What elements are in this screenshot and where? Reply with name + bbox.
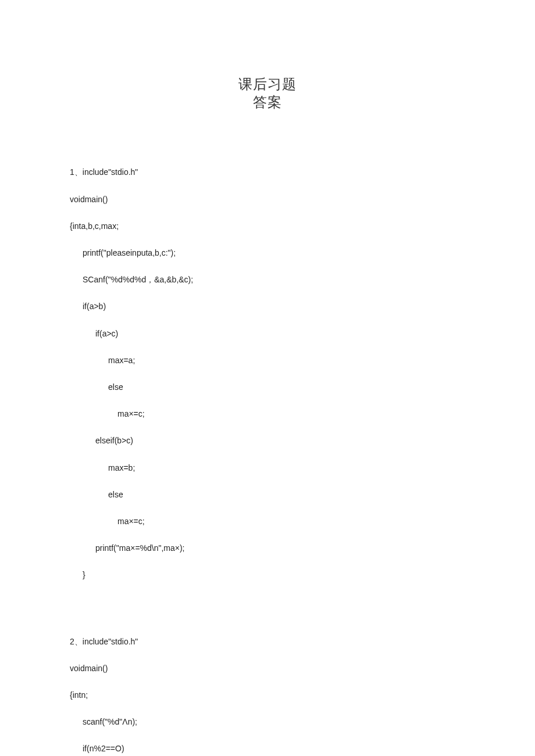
code-line: ma×=c;: [70, 515, 465, 528]
code-line: ma×=c;: [70, 407, 465, 421]
code-line: elseif(b>c): [70, 434, 465, 447]
code-line: else: [70, 488, 465, 501]
code-line: scanf("%d"Λn);: [70, 715, 465, 729]
code-line: if(a>b): [70, 300, 465, 313]
code-line: 2、include"stdio.h": [70, 635, 465, 648]
code-line: }: [70, 568, 465, 582]
title-line-2: 答案: [70, 94, 465, 112]
code-line: if(n%2==O): [70, 742, 465, 755]
code-line: SCanf("%d%d%d，&a,&b,&c);: [70, 273, 465, 286]
code-line: max=b;: [70, 461, 465, 475]
code-line: 1、include"stdio.h": [70, 166, 465, 179]
code-line: else: [70, 381, 465, 394]
title-line-1: 课后习题: [70, 76, 465, 94]
code-line: voidmain(): [70, 662, 465, 675]
code-line: voidmain(): [70, 193, 465, 206]
code-block-1: 1、include"stdio.h" voidmain() {inta,b,c,…: [70, 152, 465, 608]
code-line: max=a;: [70, 354, 465, 367]
code-line: printf("ma×=%d\n",ma×);: [70, 542, 465, 555]
document-page: 课后习题 答案 1、include"stdio.h" voidmain() {i…: [0, 0, 535, 756]
code-line: {inta,b,c,max;: [70, 220, 465, 233]
page-title: 课后习题 答案: [70, 76, 465, 112]
code-block-2: 2、include"stdio.h" voidmain() {intn; sca…: [70, 622, 465, 756]
code-line: {intn;: [70, 689, 465, 702]
code-line: if(a>c): [70, 327, 465, 341]
code-line: printf("pleaseinputa,b,c:");: [70, 246, 465, 260]
